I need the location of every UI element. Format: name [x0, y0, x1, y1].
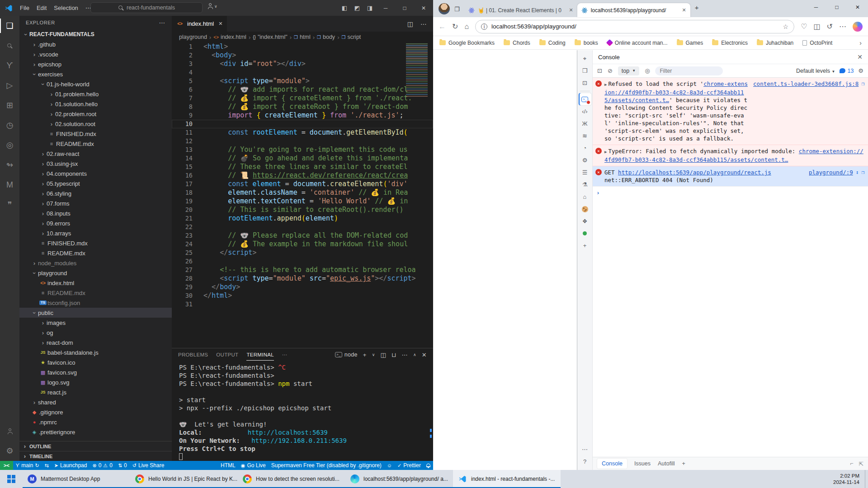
device-toolbar-icon[interactable]: ❒: [579, 65, 591, 77]
panel-expand-icon[interactable]: ⇱: [859, 460, 863, 467]
devtools-close-icon[interactable]: ✕: [857, 53, 863, 61]
tree-item-babel-standalone-js[interactable]: JSbabel-standalone.js: [19, 347, 172, 357]
taskbar-item-2[interactable]: Hello World in JS | Epic React by K...: [130, 470, 238, 488]
browser-maximize-button[interactable]: □: [826, 0, 847, 14]
copilot-icon[interactable]: [853, 22, 863, 32]
bookmark-games[interactable]: Games: [677, 40, 703, 46]
bookmark-google-bookmarks[interactable]: Google Bookmarks: [439, 40, 495, 46]
tree-item-04-components[interactable]: ›04.components: [19, 169, 172, 178]
feedback-icon[interactable]: ☺: [384, 461, 395, 470]
toggle-panel-icon[interactable]: ◩: [351, 5, 363, 11]
new-terminal-icon[interactable]: +: [363, 352, 367, 358]
application-icon[interactable]: ☰: [579, 166, 591, 178]
notifications-bell-icon[interactable]: [424, 461, 433, 470]
live-share[interactable]: ↺Live Share: [130, 461, 167, 470]
bookmark-chords[interactable]: Chords: [504, 40, 530, 46]
taskbar-item-5[interactable]: index.html - react-fundamentals -...: [453, 470, 561, 488]
menu-file[interactable]: File: [16, 3, 33, 13]
terminal-dropdown-icon[interactable]: ∨: [372, 352, 375, 357]
browser-more-icon[interactable]: ⋯: [839, 22, 846, 31]
status-dot-icon[interactable]: [579, 227, 591, 239]
performance-icon[interactable]: ◔: [579, 142, 591, 154]
tree-item-08-inputs[interactable]: ›08.inputs: [19, 208, 172, 218]
timeline-icon[interactable]: ◷: [0, 115, 19, 135]
explorer-icon[interactable]: ❏: [0, 16, 19, 36]
bookmarks-overflow-chevron-icon[interactable]: ›: [859, 39, 862, 47]
tree-item-01-js-hello-world[interactable]: ›01.js-hello-world: [19, 79, 172, 89]
new-tab-button[interactable]: +: [695, 4, 699, 11]
account-menu[interactable]: ∨: [207, 3, 217, 9]
tree-item-favicon-ico[interactable]: ★favicon.ico: [19, 357, 172, 367]
toggle-sidebar-icon[interactable]: ◧: [338, 5, 351, 11]
tree-item-readme-mdx[interactable]: ≡README.mdx: [19, 288, 172, 298]
terminal-instance[interactable]: >_ node: [335, 352, 358, 358]
breadcrumb-item-playground[interactable]: playground: [179, 34, 207, 40]
tree-item-finished-mdx[interactable]: ≡FINISHED.mdx: [19, 238, 172, 248]
console-settings-gear-icon[interactable]: ⚙: [858, 67, 863, 74]
start-button[interactable]: [0, 470, 23, 488]
split-editor-icon[interactable]: ◫: [407, 20, 413, 28]
bookmark-octoprint[interactable]: OctoPrint: [802, 40, 832, 46]
section-outline[interactable]: ›OUTLINE: [19, 441, 172, 451]
debugger-icon[interactable]: Ж: [579, 117, 591, 130]
copy-icon[interactable]: ❐: [861, 169, 864, 176]
panel-tab-output[interactable]: OUTPUT: [216, 349, 238, 360]
browser-close-button[interactable]: ✕: [847, 0, 868, 14]
taskbar-item-4[interactable]: localhost:5639/app/playground/ a...: [345, 470, 453, 488]
taskbar-clock[interactable]: 2:02 PM 2024-11-14: [828, 470, 865, 488]
tree-item-10-arrays[interactable]: ›10.arrays: [19, 228, 172, 238]
tree-item-favicon-svg[interactable]: ▩favicon.svg: [19, 367, 172, 377]
add-panel-icon[interactable]: +: [682, 460, 685, 467]
launchpad[interactable]: ➤Launchpad: [52, 461, 90, 470]
address-bar[interactable]: i localhost:5639/app/playground/ ☆: [475, 20, 794, 33]
menu-selection[interactable]: Selection: [50, 3, 81, 13]
split-terminal-icon[interactable]: ◫: [381, 352, 387, 358]
tab-index-html[interactable]: <> index.html ✕: [172, 16, 227, 32]
command-center-search[interactable]: react-fundamentals: [90, 2, 203, 13]
window-minimize-button[interactable]: ─: [376, 0, 395, 16]
language-mode[interactable]: HTML: [218, 461, 238, 470]
devtools-bottom-tab-console[interactable]: Console: [597, 459, 627, 469]
ports[interactable]: ⇅0: [115, 461, 130, 470]
copy-icon[interactable]: ❐: [861, 80, 864, 88]
network-icon[interactable]: ≋: [579, 130, 591, 142]
tree-item-06-styling[interactable]: ›06.styling: [19, 188, 172, 198]
close-panel-icon[interactable]: ✕: [422, 352, 427, 358]
breadcrumb-item-html[interactable]: ❒html: [294, 34, 311, 40]
code-editor[interactable]: 1<html>2 <body>3 <div id="root"></div>45…: [172, 42, 433, 348]
maximize-panel-icon[interactable]: ∧: [413, 352, 416, 357]
tree-item-node-modules[interactable]: ›node_modules: [19, 258, 172, 268]
tree-item-index-html[interactable]: <>index.html: [19, 278, 172, 288]
help-icon[interactable]: ?: [579, 455, 591, 468]
panel-tab-terminal[interactable]: TERMINAL: [246, 349, 274, 361]
bookmark-online-account-man-[interactable]: Online account man...: [607, 40, 668, 46]
tree-item-shared[interactable]: ›shared: [19, 397, 172, 407]
browser-profile-avatar[interactable]: [439, 3, 450, 14]
browser-tab-1[interactable]: 🤘 | 01. Create React Elements | 0✕: [464, 3, 577, 17]
split-screen-icon[interactable]: ◫: [813, 22, 820, 31]
tree-item-tsconfig-json[interactable]: TStsconfig.json: [19, 298, 172, 308]
browser-essentials-icon[interactable]: ♡: [801, 22, 807, 31]
tab-close-icon[interactable]: ✕: [682, 7, 686, 13]
tree-item-03-using-jsx[interactable]: ›03.using-jsx: [19, 159, 172, 169]
tree-item-05-typescript[interactable]: ›05.typescript: [19, 178, 172, 188]
tree-item-images[interactable]: ›images: [19, 318, 172, 328]
memory-icon[interactable]: ⚙: [579, 154, 591, 166]
browser-refresh-icon[interactable]: ↻: [452, 22, 458, 31]
window-close-button[interactable]: ✕: [414, 0, 433, 16]
tree-item-01-problem-hello[interactable]: ›01.problem.hello: [19, 89, 172, 99]
console-link[interactable]: http://localhost:5639/app/playground/rea…: [618, 169, 771, 176]
console-sidebar-icon[interactable]: ⊡: [597, 67, 602, 74]
panel-more-icon[interactable]: ⋯: [282, 352, 288, 358]
bookmark-coding[interactable]: Coding: [539, 40, 566, 46]
console-filter-input[interactable]: [655, 66, 723, 75]
tab-groups-icon[interactable]: ❐: [454, 6, 460, 13]
tree-item-readme-mdx[interactable]: ≡README.mdx: [19, 139, 172, 149]
cookies-icon[interactable]: [579, 203, 591, 215]
browser-back-icon[interactable]: ←: [439, 23, 446, 31]
section-timeline[interactable]: ›TIMELINE: [19, 451, 172, 461]
live-share-icon[interactable]: ◎: [0, 135, 19, 155]
browser-home-icon[interactable]: ⌂: [464, 23, 469, 31]
editor-more-actions-icon[interactable]: ⋯: [420, 20, 427, 28]
extensions-puzzle-icon[interactable]: ❖: [579, 215, 591, 227]
